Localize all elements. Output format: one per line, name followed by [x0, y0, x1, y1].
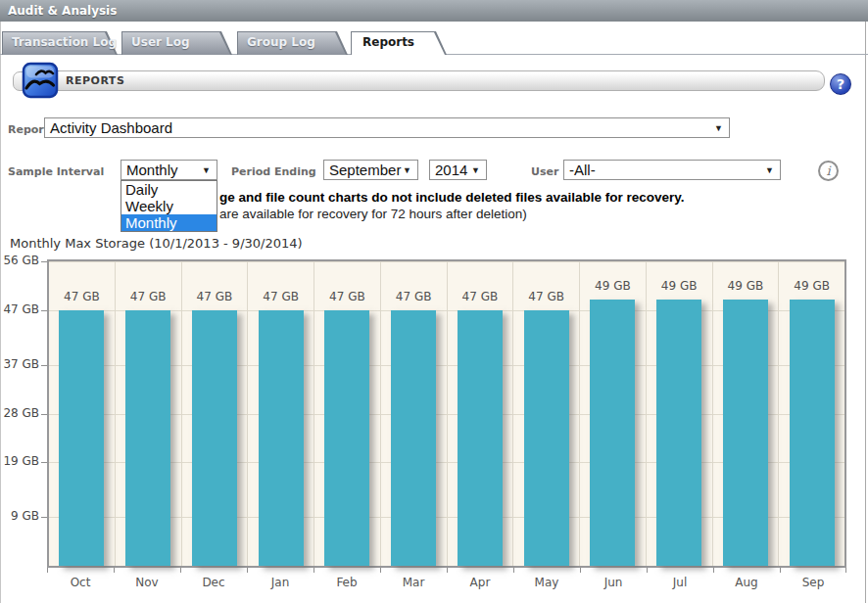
- y-tick-label: 37 GB: [0, 357, 39, 371]
- chevron-down-icon: ▼: [202, 165, 211, 175]
- x-tick-mark: [513, 568, 514, 573]
- y-tick-mark: [41, 462, 47, 463]
- chart-column: 49 GB: [713, 261, 780, 566]
- birds-logo-icon: [22, 62, 59, 99]
- x-tick-mark: [647, 568, 648, 573]
- bar-value-label: 47 GB: [314, 290, 380, 303]
- tab-label: Transaction Log: [12, 31, 117, 54]
- x-tick-label: Sep: [780, 576, 846, 589]
- sample-interval-select[interactable]: Monthly ▼: [121, 160, 217, 180]
- bar-jul: [656, 300, 701, 566]
- y-tick-mark: [41, 517, 47, 518]
- y-tick-label: 56 GB: [0, 254, 39, 267]
- chart-title: Monthly Max Storage (10/1/2013 - 9/30/20…: [10, 236, 303, 251]
- x-tick-label: Oct: [47, 576, 114, 589]
- bar-value-label: 49 GB: [647, 279, 712, 293]
- chart-column: 49 GB: [647, 261, 713, 566]
- tab-label: Reports: [362, 31, 414, 54]
- bar-feb: [324, 310, 369, 566]
- notice-line1: ge and file count charts do not include …: [219, 190, 685, 205]
- y-tick-mark: [41, 365, 47, 366]
- reports-header-bar: REPORTS: [24, 70, 825, 91]
- dropdown-option-weekly[interactable]: Weekly: [121, 198, 217, 214]
- y-tick-label: 28 GB: [0, 406, 39, 420]
- x-tick-label: Jan: [247, 576, 313, 589]
- sample-interval-label: Sample Interval: [8, 165, 104, 178]
- tab-user-log[interactable]: User Log: [121, 31, 232, 55]
- user-label: User: [531, 165, 558, 178]
- chart-column: 47 GB: [248, 261, 314, 566]
- y-tick-mark: [41, 261, 47, 262]
- dropdown-option-monthly[interactable]: Monthly: [121, 214, 217, 231]
- info-icon[interactable]: i: [818, 161, 839, 181]
- bar-value-label: 49 GB: [779, 279, 844, 293]
- x-tick-mark: [580, 568, 581, 573]
- bar-value-label: 49 GB: [580, 279, 646, 293]
- x-tick-label: Dec: [180, 576, 247, 589]
- tab-reports[interactable]: Reports: [351, 31, 447, 55]
- period-month-select[interactable]: September ▼: [323, 160, 418, 180]
- period-year-value: 2014: [435, 162, 467, 178]
- chart-column: 47 GB: [513, 261, 580, 566]
- report-select-value: Activity Dashboard: [50, 119, 172, 136]
- period-ending-label: Period Ending: [231, 165, 316, 178]
- sample-interval-options: DailyWeeklyMonthly: [121, 180, 217, 232]
- tab-label: Group Log: [247, 31, 315, 54]
- y-tick-label: 19 GB: [0, 454, 39, 468]
- x-tick-mark: [713, 568, 714, 573]
- x-tick-label: Feb: [313, 576, 380, 589]
- y-tick-label: 9 GB: [0, 509, 39, 523]
- x-tick-mark: [380, 568, 381, 573]
- bar-may: [524, 310, 569, 566]
- bar-value-label: 47 GB: [381, 290, 447, 303]
- x-tick-mark: [845, 568, 846, 573]
- tab-transaction-log[interactable]: Transaction Log: [2, 31, 118, 55]
- dropdown-option-daily[interactable]: Daily: [121, 181, 217, 198]
- chart-plot: 47 GB47 GB47 GB47 GB47 GB47 GB47 GB47 GB…: [47, 259, 846, 568]
- help-icon[interactable]: ?: [830, 73, 851, 95]
- bar-value-label: 47 GB: [116, 290, 181, 303]
- chart-column: 47 GB: [448, 261, 514, 566]
- bar-oct: [59, 310, 104, 566]
- x-tick-label: Nov: [114, 576, 180, 589]
- window-title: Audit & Analysis: [0, 0, 868, 22]
- bar-value-label: 47 GB: [248, 290, 313, 303]
- x-tick-mark: [180, 568, 181, 573]
- tab-strip: Transaction LogUser LogGroup LogReports: [0, 31, 868, 55]
- chart-column: 49 GB: [580, 261, 647, 566]
- bar-value-label: 47 GB: [182, 290, 248, 303]
- chart-column: 47 GB: [314, 261, 381, 566]
- chart-columns: 47 GB47 GB47 GB47 GB47 GB47 GB47 GB47 GB…: [49, 261, 844, 566]
- chevron-down-icon: ▼: [403, 165, 411, 175]
- bar-mar: [391, 310, 436, 566]
- chart-column: 47 GB: [49, 261, 116, 566]
- x-tick-label: Jun: [580, 576, 647, 589]
- chevron-down-icon: ▼: [471, 165, 480, 175]
- y-tick-label: 47 GB: [0, 302, 39, 316]
- report-select[interactable]: Activity Dashboard ▼: [44, 117, 730, 138]
- app-window: Audit & Analysis Transaction LogUser Log…: [0, 0, 868, 603]
- tab-group-log[interactable]: Group Log: [237, 31, 348, 55]
- notice-line2: are available for recovery for 72 hours …: [219, 207, 527, 221]
- tab-label: User Log: [131, 31, 190, 54]
- bar-value-label: 47 GB: [448, 290, 513, 303]
- period-year-select[interactable]: 2014 ▼: [429, 160, 487, 180]
- bar-aug: [723, 300, 768, 566]
- x-tick-label: Jul: [647, 576, 713, 589]
- bar-jun: [590, 300, 635, 566]
- report-label: Report: [8, 123, 49, 136]
- x-tick-label: May: [513, 576, 580, 589]
- period-month-value: September: [329, 162, 401, 178]
- chart-column: 47 GB: [182, 261, 249, 566]
- x-tick-label: Apr: [447, 576, 513, 589]
- x-tick-mark: [780, 568, 781, 573]
- bar-dec: [192, 310, 237, 566]
- chart-column: 49 GB: [779, 261, 844, 566]
- x-tick-mark: [47, 568, 48, 573]
- user-select[interactable]: -All- ▼: [563, 160, 781, 180]
- x-tick-mark: [447, 568, 448, 573]
- x-tick-mark: [114, 568, 115, 573]
- bar-apr: [458, 310, 503, 566]
- x-tick-mark: [313, 568, 314, 573]
- y-tick-mark: [41, 414, 47, 415]
